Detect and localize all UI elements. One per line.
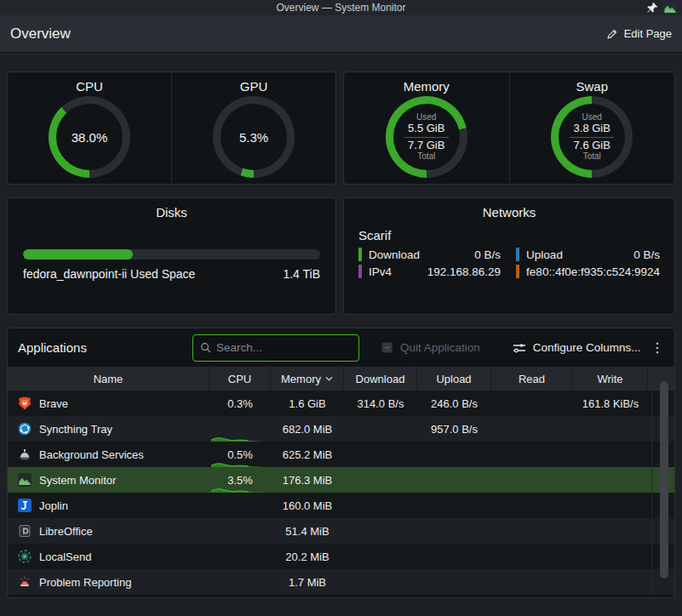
column-header-upload[interactable]: Upload <box>417 367 491 391</box>
table-row[interactable]: Joplin160.0 MiB <box>8 493 674 518</box>
cell-write <box>573 416 648 442</box>
syncthing-icon <box>18 422 32 436</box>
gpu-dial: 5.3% <box>213 96 295 178</box>
legend-swatch <box>516 248 519 261</box>
vertical-scrollbar-thumb[interactable] <box>660 381 668 579</box>
configure-columns-button[interactable]: Configure Columns... <box>513 341 641 355</box>
cell-memory: 20.2 MiB <box>271 544 344 569</box>
cell-read <box>491 544 573 569</box>
disk-label: fedora_dawnpoint-ii Used Space <box>23 267 195 281</box>
gpu-gauge: GPU 5.3% <box>171 72 335 184</box>
window-titlebar: Overview — System Monitor <box>0 0 682 15</box>
cell-download <box>344 544 417 569</box>
cell-name: Background Services <box>8 442 209 467</box>
cell-write <box>573 518 648 544</box>
cell-read <box>491 467 573 493</box>
background-services-icon <box>18 448 32 461</box>
search-input[interactable] <box>216 341 352 354</box>
cell-upload: 957.0 B/s <box>417 416 491 442</box>
column-header-read[interactable]: Read <box>491 367 573 391</box>
cell-cpu <box>209 416 271 442</box>
column-header-name[interactable]: Name <box>8 367 209 391</box>
table-row[interactable]: Syncthing Tray682.0 MiB957.0 B/s <box>8 416 674 442</box>
cpu-history-sparkline <box>211 436 266 442</box>
swap-title: Swap <box>576 72 608 96</box>
cell-cpu <box>209 518 271 544</box>
app-name: Problem Reporting <box>39 576 131 589</box>
cell-upload: 246.0 B/s <box>417 391 491 416</box>
table-row[interactable]: Brave0.3%1.6 GiB314.0 B/s246.0 B/s161.8 … <box>8 391 674 416</box>
system-monitor-icon <box>18 473 32 487</box>
column-header-cpu[interactable]: CPU <box>209 367 271 391</box>
app-name: Brave <box>39 397 68 410</box>
table-right-separator <box>651 367 652 594</box>
cell-download <box>344 416 417 442</box>
pin-icon[interactable] <box>646 2 658 14</box>
table-header: NameCPUMemoryDownloadUploadReadWrite <box>8 367 674 391</box>
memory-gauge: Memory Used 5.5 GiB 7.7 GiB Total <box>344 72 509 184</box>
cpu-history-sparkline <box>211 461 266 467</box>
cell-upload <box>417 493 491 518</box>
cell-memory: 1.7 MiB <box>271 569 344 595</box>
column-header-memory[interactable]: Memory <box>271 367 344 391</box>
cell-cpu: 0.5% <box>209 442 271 467</box>
memory-total-label: Total <box>404 151 449 162</box>
column-header-download[interactable]: Download <box>344 367 417 391</box>
table-row[interactable]: LocalSend20.2 MiB <box>8 544 674 569</box>
applications-toolbar: Applications Quit Application Configure … <box>8 328 674 367</box>
network-stat-value: fe80::4f0e:f935:c524:9924 <box>526 265 660 278</box>
disk-value: 1.4 TiB <box>283 267 320 281</box>
cell-write <box>573 569 648 595</box>
network-stat-download: Download 0 B/s <box>358 248 501 261</box>
cell-read <box>491 416 573 442</box>
memory-used-label: Used <box>404 112 449 123</box>
cpu-history-sparkline <box>211 487 266 493</box>
table-row[interactable]: Problem Reporting1.7 MiB <box>8 569 674 595</box>
column-header-write[interactable]: Write <box>573 367 648 391</box>
overflow-menu-button[interactable]: ⋮ <box>650 339 664 356</box>
network-interface-name: Scarif <box>358 228 674 242</box>
page-title: Overview <box>10 26 71 43</box>
edit-page-button[interactable]: Edit Page <box>606 27 672 40</box>
cell-download <box>344 518 417 544</box>
page-header: Overview Edit Page <box>0 15 682 53</box>
cell-upload <box>417 544 491 569</box>
app-name: Background Services <box>39 448 144 461</box>
cell-upload <box>417 467 491 493</box>
table-row[interactable]: LibreOffice51.4 MiB <box>8 518 674 544</box>
networks-panel: Networks Scarif Download 0 B/s Upload 0 … <box>343 197 675 315</box>
quit-application-button[interactable]: Quit Application <box>381 341 480 354</box>
memory-dial: Used 5.5 GiB 7.7 GiB Total <box>386 96 467 178</box>
configure-columns-icon <box>513 341 526 355</box>
networks-title: Networks <box>344 198 674 220</box>
memory-total-value: 7.7 GiB <box>404 140 449 152</box>
pencil-icon <box>606 28 618 40</box>
cell-read <box>491 518 573 544</box>
legend-swatch <box>516 265 519 278</box>
cpu-title: CPU <box>76 72 103 96</box>
cell-write <box>573 493 648 518</box>
cell-memory: 51.4 MiB <box>271 518 344 544</box>
search-field[interactable] <box>192 334 359 362</box>
cell-write <box>573 442 648 467</box>
cell-download: 314.0 B/s <box>344 391 417 416</box>
window-title: Overview — System Monitor <box>276 2 405 14</box>
network-stat-ipv6: fe80::4f0e:f935:c524:9924 <box>516 265 660 278</box>
app-name: Joplin <box>39 499 68 512</box>
cell-name: Problem Reporting <box>8 569 209 595</box>
localsend-icon <box>18 550 32 563</box>
network-stat-value: 0 B/s <box>633 248 660 261</box>
swap-dial: Used 3.8 GiB 7.6 GiB Total <box>551 96 633 178</box>
cpu-dial: 38.0% <box>49 96 130 178</box>
table-row[interactable]: Background Services0.5%625.2 MiB <box>8 442 674 467</box>
swap-total-value: 7.6 GiB <box>570 140 614 152</box>
cell-upload <box>417 442 491 467</box>
table-row[interactable]: System Monitor3.5%176.3 MiB <box>8 467 674 493</box>
disks-title: Disks <box>8 198 335 220</box>
swap-gauge: Swap Used 3.8 GiB 7.6 GiB Total <box>509 72 675 184</box>
cell-download <box>344 442 417 467</box>
cell-read <box>491 442 573 467</box>
disks-panel: Disks fedora_dawnpoint-ii Used Space 1.4… <box>7 197 336 315</box>
cell-name: LocalSend <box>8 544 209 569</box>
cpu-value: 38.0% <box>72 130 108 145</box>
